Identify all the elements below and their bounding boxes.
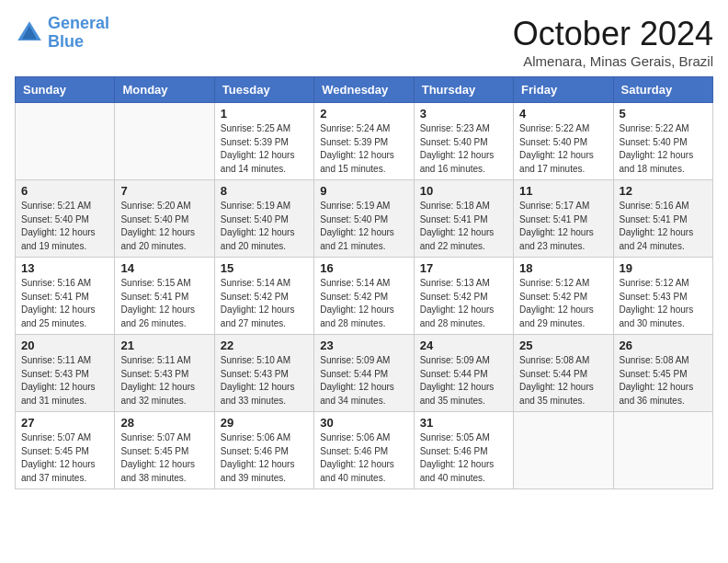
day-number: 22 [221,339,308,352]
day-info: Sunrise: 5:11 AMSunset: 5:43 PMDaylight:… [120,354,208,408]
day-number: 27 [21,416,108,430]
day-info: Sunrise: 5:22 AMSunset: 5:40 PMDaylight:… [620,122,707,176]
calendar-cell: 28Sunrise: 5:07 AMSunset: 5:45 PMDayligh… [115,412,214,489]
calendar-cell: 23Sunrise: 5:09 AMSunset: 5:44 PMDayligh… [314,335,414,412]
calendar-cell: 10Sunrise: 5:18 AMSunset: 5:41 PMDayligh… [414,180,513,258]
day-info: Sunrise: 5:06 AMSunset: 5:46 PMDaylight:… [320,431,407,485]
calendar-cell: 22Sunrise: 5:10 AMSunset: 5:43 PMDayligh… [214,335,313,412]
day-number: 6 [21,184,108,198]
calendar-cell: 20Sunrise: 5:11 AMSunset: 5:43 PMDayligh… [16,335,115,412]
day-info: Sunrise: 5:07 AMSunset: 5:45 PMDaylight:… [120,431,208,485]
calendar-cell: 16Sunrise: 5:14 AMSunset: 5:42 PMDayligh… [314,258,414,335]
day-info: Sunrise: 5:10 AMSunset: 5:43 PMDaylight:… [221,354,308,408]
weekday-header: Friday [514,77,613,103]
day-info: Sunrise: 5:22 AMSunset: 5:40 PMDaylight:… [519,122,607,176]
logo-line2: Blue [48,32,84,51]
day-number: 23 [320,339,407,352]
day-number: 8 [221,184,308,198]
day-number: 30 [320,416,407,430]
calendar-cell: 17Sunrise: 5:13 AMSunset: 5:42 PMDayligh… [414,258,513,335]
day-info: Sunrise: 5:07 AMSunset: 5:45 PMDaylight:… [21,431,108,485]
day-number: 5 [620,107,707,121]
day-number: 7 [120,184,208,198]
calendar-cell: 31Sunrise: 5:05 AMSunset: 5:46 PMDayligh… [414,412,513,489]
calendar-cell: 12Sunrise: 5:16 AMSunset: 5:41 PMDayligh… [613,180,712,258]
day-info: Sunrise: 5:16 AMSunset: 5:41 PMDaylight:… [620,200,707,253]
calendar-cell: 7Sunrise: 5:20 AMSunset: 5:40 PMDaylight… [115,180,214,258]
day-number: 2 [320,107,407,121]
day-info: Sunrise: 5:08 AMSunset: 5:44 PMDaylight:… [519,354,607,408]
calendar-cell: 5Sunrise: 5:22 AMSunset: 5:40 PMDaylight… [613,103,712,180]
calendar-cell: 30Sunrise: 5:06 AMSunset: 5:46 PMDayligh… [314,412,414,489]
calendar-cell: 14Sunrise: 5:15 AMSunset: 5:41 PMDayligh… [115,258,214,335]
weekday-header: Sunday [16,77,115,103]
calendar-cell: 21Sunrise: 5:11 AMSunset: 5:43 PMDayligh… [115,335,214,412]
day-info: Sunrise: 5:11 AMSunset: 5:43 PMDaylight:… [21,354,108,408]
calendar-cell: 19Sunrise: 5:12 AMSunset: 5:43 PMDayligh… [613,258,712,335]
calendar-cell: 9Sunrise: 5:19 AMSunset: 5:40 PMDaylight… [314,180,414,258]
day-info: Sunrise: 5:24 AMSunset: 5:39 PMDaylight:… [320,122,407,176]
calendar-cell: 18Sunrise: 5:12 AMSunset: 5:42 PMDayligh… [514,258,613,335]
calendar-cell: 11Sunrise: 5:17 AMSunset: 5:41 PMDayligh… [514,180,613,258]
calendar-cell: 1Sunrise: 5:25 AMSunset: 5:39 PMDaylight… [214,103,313,180]
logo: General Blue [15,15,109,52]
day-number: 21 [120,339,208,352]
page-header: General Blue October 2024 Almenara, Mina… [15,15,713,69]
calendar-cell: 3Sunrise: 5:23 AMSunset: 5:40 PMDaylight… [414,103,513,180]
day-number: 20 [21,339,108,352]
day-info: Sunrise: 5:15 AMSunset: 5:41 PMDaylight:… [120,277,208,330]
calendar-cell [613,412,712,489]
day-info: Sunrise: 5:12 AMSunset: 5:43 PMDaylight:… [620,277,707,330]
day-info: Sunrise: 5:14 AMSunset: 5:42 PMDaylight:… [221,277,308,330]
calendar-cell: 24Sunrise: 5:09 AMSunset: 5:44 PMDayligh… [414,335,513,412]
day-info: Sunrise: 5:06 AMSunset: 5:46 PMDaylight:… [221,431,308,485]
day-number: 12 [620,184,707,198]
logo-line1: General [48,14,109,32]
day-number: 25 [519,339,607,352]
day-info: Sunrise: 5:16 AMSunset: 5:41 PMDaylight:… [21,277,108,330]
calendar-cell: 15Sunrise: 5:14 AMSunset: 5:42 PMDayligh… [214,258,313,335]
day-number: 24 [420,339,507,352]
day-number: 15 [221,261,308,275]
day-number: 4 [519,107,607,121]
calendar-cell: 6Sunrise: 5:21 AMSunset: 5:40 PMDaylight… [16,180,115,258]
day-number: 10 [420,184,507,198]
calendar-cell: 25Sunrise: 5:08 AMSunset: 5:44 PMDayligh… [514,335,613,412]
day-info: Sunrise: 5:21 AMSunset: 5:40 PMDaylight:… [21,200,108,253]
calendar-table: SundayMondayTuesdayWednesdayThursdayFrid… [15,76,713,489]
calendar-week-row: 27Sunrise: 5:07 AMSunset: 5:45 PMDayligh… [16,412,713,489]
day-number: 1 [221,107,308,121]
day-number: 9 [320,184,407,198]
calendar-week-row: 20Sunrise: 5:11 AMSunset: 5:43 PMDayligh… [16,335,713,412]
day-info: Sunrise: 5:17 AMSunset: 5:41 PMDaylight:… [519,200,607,253]
calendar-cell: 29Sunrise: 5:06 AMSunset: 5:46 PMDayligh… [214,412,313,489]
calendar-week-row: 13Sunrise: 5:16 AMSunset: 5:41 PMDayligh… [16,258,713,335]
day-number: 26 [620,339,707,352]
logo-text: General Blue [48,15,109,52]
calendar-cell: 2Sunrise: 5:24 AMSunset: 5:39 PMDaylight… [314,103,414,180]
calendar-cell [16,103,115,180]
location-title: Almenara, Minas Gerais, Brazil [513,53,713,69]
day-info: Sunrise: 5:05 AMSunset: 5:46 PMDaylight:… [420,431,507,485]
day-info: Sunrise: 5:18 AMSunset: 5:41 PMDaylight:… [420,200,507,253]
calendar-cell: 27Sunrise: 5:07 AMSunset: 5:45 PMDayligh… [16,412,115,489]
weekday-header: Monday [115,77,214,103]
weekday-header: Saturday [613,77,712,103]
day-number: 29 [221,416,308,430]
month-title: October 2024 [513,15,713,53]
day-number: 19 [620,261,707,275]
day-info: Sunrise: 5:19 AMSunset: 5:40 PMDaylight:… [320,200,407,253]
day-number: 18 [519,261,607,275]
day-info: Sunrise: 5:12 AMSunset: 5:42 PMDaylight:… [519,277,607,330]
calendar-cell: 26Sunrise: 5:08 AMSunset: 5:45 PMDayligh… [613,335,712,412]
day-info: Sunrise: 5:20 AMSunset: 5:40 PMDaylight:… [120,200,208,253]
title-block: October 2024 Almenara, Minas Gerais, Bra… [513,15,713,69]
day-info: Sunrise: 5:19 AMSunset: 5:40 PMDaylight:… [221,200,308,253]
weekday-header: Wednesday [314,77,414,103]
day-info: Sunrise: 5:25 AMSunset: 5:39 PMDaylight:… [221,122,308,176]
calendar-cell: 8Sunrise: 5:19 AMSunset: 5:40 PMDaylight… [214,180,313,258]
calendar-cell: 13Sunrise: 5:16 AMSunset: 5:41 PMDayligh… [16,258,115,335]
day-info: Sunrise: 5:23 AMSunset: 5:40 PMDaylight:… [420,122,507,176]
calendar-header-row: SundayMondayTuesdayWednesdayThursdayFrid… [16,77,713,103]
day-info: Sunrise: 5:14 AMSunset: 5:42 PMDaylight:… [320,277,407,330]
